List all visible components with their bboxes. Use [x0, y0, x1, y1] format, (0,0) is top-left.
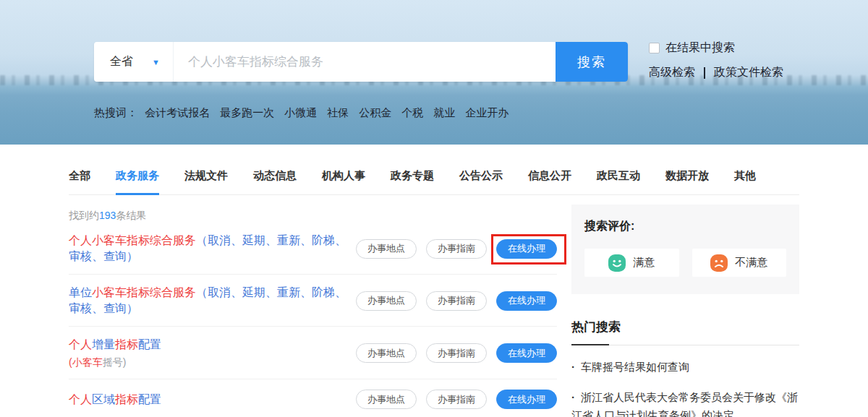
online-handle-button[interactable]: 在线办理 — [496, 239, 557, 259]
result-row: 个人区域指标配置办事地点办事指南在线办理 — [69, 379, 557, 417]
search-in-results-row[interactable]: 在结果中搜索 — [649, 40, 783, 56]
results-page: 全部政务服务法规文件动态信息机构人事政务专题公告公示信息公开政民互动数据开放其他… — [69, 145, 799, 417]
hot-word-link[interactable]: 公积金 — [359, 106, 391, 119]
action-button[interactable]: 办事地点 — [356, 343, 417, 363]
policy-search-link[interactable]: 政策文件检索 — [714, 65, 783, 80]
result-list: 个人小客车指标综合服务（取消、延期、重新、阶梯、审核、查询）办事地点办事指南在线… — [69, 223, 557, 417]
hot-words-label: 热搜词： — [94, 106, 137, 119]
result-title[interactable]: 个人小客车指标综合服务（取消、延期、重新、阶梯、审核、查询） — [69, 233, 356, 265]
hot-search-item[interactable]: 车牌摇号结果如何查询 — [571, 358, 799, 376]
vertical-divider — [704, 67, 705, 79]
action-button[interactable]: 办事指南 — [426, 343, 487, 363]
smiley-face-icon — [608, 254, 626, 272]
hot-word-link[interactable]: 企业开办 — [465, 106, 509, 119]
category-tabs: 全部政务服务法规文件动态信息机构人事政务专题公告公示信息公开政民互动数据开放其他 — [69, 145, 799, 195]
result-row: 单位小客车指标综合服务（取消、延期、重新、阶梯、审核、查询）办事地点办事指南在线… — [69, 275, 557, 327]
search-options: 在结果中搜索 高级检索 政策文件检索 — [649, 40, 783, 80]
tab-全部[interactable]: 全部 — [69, 169, 90, 194]
results-column: 找到约193条结果 个人小客车指标综合服务（取消、延期、重新、阶梯、审核、查询）… — [69, 195, 557, 417]
unsatisfied-button[interactable]: 不满意 — [692, 249, 787, 277]
action-button[interactable]: 办事地点 — [356, 239, 417, 259]
search-in-results-checkbox[interactable] — [649, 43, 660, 53]
tab-信息公开[interactable]: 信息公开 — [528, 169, 571, 194]
hot-search-panel: 热门搜索 车牌摇号结果如何查询浙江省人民代表大会常务委员会关于修改《浙江省人口与… — [571, 319, 799, 417]
region-select-dropdown[interactable]: 全省 ▼ — [94, 42, 174, 82]
result-title[interactable]: 个人增量指标配置 — [69, 337, 161, 353]
online-handle-button[interactable]: 在线办理 — [496, 291, 557, 311]
online-handle-button[interactable]: 在线办理 — [496, 390, 557, 409]
action-button[interactable]: 办事指南 — [426, 390, 487, 409]
sidebar: 搜索评价: 满意 — [571, 195, 799, 417]
tab-公告公示[interactable]: 公告公示 — [459, 169, 503, 194]
result-title[interactable]: 单位小客车指标综合服务（取消、延期、重新、阶梯、审核、查询） — [69, 285, 356, 317]
hot-word-link[interactable]: 小微通 — [284, 106, 317, 119]
evaluation-title: 搜索评价: — [584, 219, 786, 234]
online-handle-button[interactable]: 在线办理 — [496, 343, 557, 363]
tab-法规文件[interactable]: 法规文件 — [184, 169, 228, 194]
satisfied-label: 满意 — [633, 256, 655, 270]
action-button[interactable]: 办事地点 — [356, 390, 417, 409]
action-button[interactable]: 办事指南 — [426, 239, 487, 259]
chevron-down-icon: ▼ — [152, 58, 160, 66]
hot-word-link[interactable]: 最多跑一次 — [220, 106, 274, 119]
search-button[interactable]: 搜索 — [556, 42, 628, 82]
result-count-number: 193 — [99, 210, 116, 221]
tab-数据开放[interactable]: 数据开放 — [665, 169, 709, 194]
advanced-search-link[interactable]: 高级检索 — [649, 65, 695, 80]
tab-机构人事[interactable]: 机构人事 — [322, 169, 365, 194]
satisfied-button[interactable]: 满意 — [584, 249, 679, 277]
tab-政务服务[interactable]: 政务服务 — [116, 169, 159, 194]
search-evaluation-panel: 搜索评价: 满意 — [571, 205, 799, 294]
unsatisfied-label: 不满意 — [735, 256, 767, 270]
sad-face-icon — [710, 254, 728, 272]
action-button[interactable]: 办事指南 — [426, 291, 487, 311]
hot-search-title: 热门搜索 — [571, 319, 799, 335]
result-row: 个人小客车指标综合服务（取消、延期、重新、阶梯、审核、查询）办事地点办事指南在线… — [69, 223, 557, 275]
tab-政务专题[interactable]: 政务专题 — [391, 169, 434, 194]
result-subtitle[interactable]: (小客车摇号) — [69, 356, 161, 369]
action-button[interactable]: 办事地点 — [356, 291, 417, 311]
search-input[interactable] — [174, 42, 556, 82]
section-divider — [571, 345, 799, 345]
hot-word-link[interactable]: 会计考试报名 — [145, 106, 210, 119]
hot-word-link[interactable]: 个税 — [401, 106, 423, 119]
hot-words-row: 热搜词： 会计考试报名最多跑一次小微通社保公积金个税就业企业开办 — [94, 106, 529, 120]
result-count: 找到约193条结果 — [69, 210, 557, 223]
banner-image: 全省 ▼ 搜索 在结果中搜索 高级检索 政策文件检索 热搜词： 会计考试报名最多… — [0, 0, 868, 145]
search-bar: 全省 ▼ 搜索 — [94, 42, 628, 82]
search-in-results-label: 在结果中搜索 — [665, 40, 735, 56]
tab-动态信息[interactable]: 动态信息 — [253, 169, 297, 194]
hot-word-link[interactable]: 就业 — [433, 106, 455, 119]
region-select-label: 全省 — [110, 54, 133, 69]
hot-word-link[interactable]: 社保 — [327, 106, 349, 119]
result-row: 个人增量指标配置(小客车摇号)办事地点办事指南在线办理 — [69, 327, 557, 379]
tab-其他[interactable]: 其他 — [734, 169, 756, 194]
hot-search-item[interactable]: 浙江省人民代表大会常务委员会关于修改《浙江省人口与计划生育条例》的决定 — [571, 388, 799, 417]
result-title[interactable]: 个人区域指标配置 — [69, 392, 161, 408]
tab-政民互动[interactable]: 政民互动 — [597, 169, 640, 194]
